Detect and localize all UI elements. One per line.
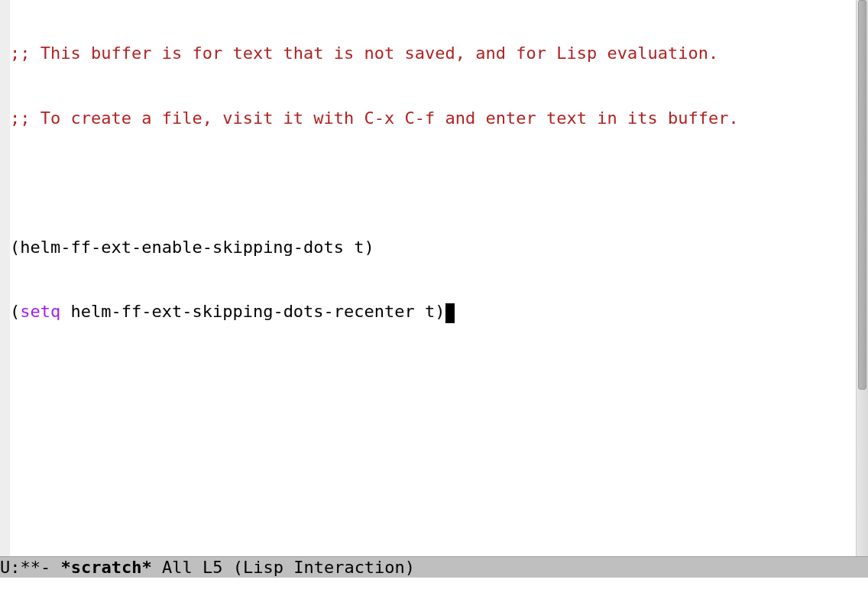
- mode-line-mode: (Lisp Interaction): [233, 558, 415, 577]
- mode-line-status: U:**-: [0, 558, 60, 577]
- comment-line-2: ;; To create a file, visit it with C-x C…: [10, 108, 739, 128]
- text-cursor: [445, 303, 455, 323]
- comment-line-1: ;; This buffer is for text that is not s…: [10, 44, 718, 63]
- code-line-2-rest: helm-ff-ext-skipping-dots-recenter t): [60, 302, 445, 321]
- code-line-2-keyword: setq: [20, 302, 60, 321]
- mode-line-position: All L5: [162, 558, 222, 577]
- mode-line-spacing2: [222, 558, 232, 577]
- code-line-1: (helm-ff-ext-enable-skipping-dots t): [10, 238, 374, 257]
- mode-line-spacing1: [152, 558, 162, 577]
- blank-line: [10, 172, 856, 193]
- minibuffer[interactable]: [0, 578, 868, 599]
- editor-area[interactable]: ;; This buffer is for text that is not s…: [0, 0, 868, 556]
- scrollbar-thumb[interactable]: [858, 0, 866, 390]
- mode-line[interactable]: U:**- *scratch* All L5 (Lisp Interaction…: [0, 556, 868, 578]
- vertical-scrollbar[interactable]: [856, 0, 868, 556]
- editor-content[interactable]: ;; This buffer is for text that is not s…: [10, 0, 856, 556]
- mode-line-buffer-name: *scratch*: [60, 558, 151, 577]
- code-line-2-open: (: [10, 302, 20, 321]
